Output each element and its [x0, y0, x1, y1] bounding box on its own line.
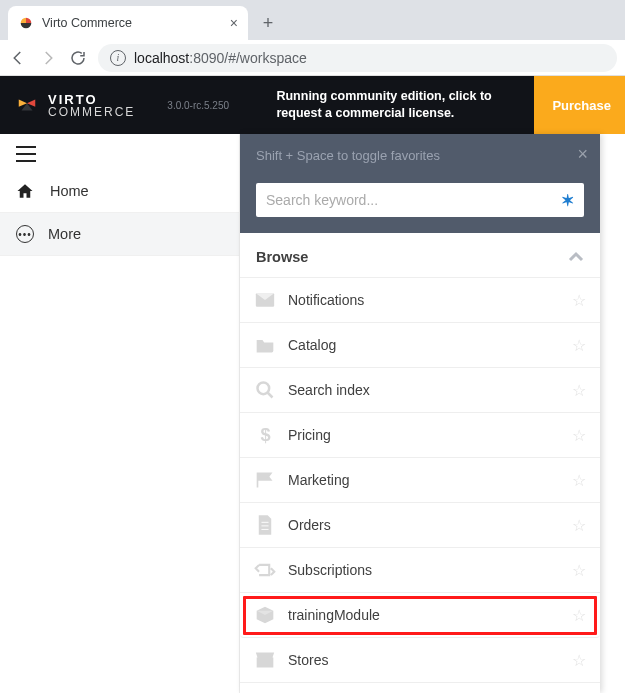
tab-close-icon[interactable]: × — [230, 15, 238, 31]
favorite-star-icon[interactable]: ☆ — [572, 516, 586, 535]
envelope-icon — [254, 290, 276, 310]
file-icon — [254, 515, 276, 535]
dollar-icon: $ — [254, 425, 276, 445]
browse-list: Notifications☆Catalog☆Search index☆$Pric… — [240, 278, 600, 693]
browser-tabbar: Virto Commerce × + — [0, 0, 625, 40]
favorite-star-icon[interactable]: ☆ — [572, 651, 586, 670]
retweet-icon — [254, 560, 276, 580]
panel-header: × Shift + Space to toggle favorites ✶ — [240, 134, 600, 233]
browse-item-stores[interactable]: Stores☆ — [240, 638, 600, 683]
brand-line1: VIRTO — [48, 93, 135, 106]
browse-title: Browse — [256, 249, 308, 265]
browser-tab-active[interactable]: Virto Commerce × — [8, 6, 248, 40]
browse-item-subscriptions[interactable]: Subscriptions☆ — [240, 548, 600, 593]
browse-item-label: Orders — [288, 517, 560, 533]
menu-toggle-icon[interactable] — [0, 134, 239, 170]
favorite-star-icon[interactable]: ☆ — [572, 471, 586, 490]
search-icon — [254, 380, 276, 400]
browse-item-label: Search index — [288, 382, 560, 398]
browse-item-pricing[interactable]: $Pricing☆ — [240, 413, 600, 458]
browse-item-content[interactable]: Content☆ — [240, 683, 600, 693]
sidebar-item-more[interactable]: ••• More — [0, 213, 239, 256]
url-text: localhost:8090/#/workspace — [134, 50, 307, 66]
home-icon — [16, 182, 36, 200]
nav-reload-icon[interactable] — [68, 48, 88, 68]
browse-item-label: Pricing — [288, 427, 560, 443]
browse-item-trainingmodule[interactable]: trainingModule☆ — [240, 593, 600, 638]
svg-text:$: $ — [260, 425, 270, 445]
folder-icon — [254, 335, 276, 355]
browse-item-label: Subscriptions — [288, 562, 560, 578]
browse-item-label: Catalog — [288, 337, 560, 353]
flag-icon — [254, 470, 276, 490]
tab-title: Virto Commerce — [42, 16, 222, 30]
panel-hint: Shift + Space to toggle favorites — [256, 148, 584, 163]
browse-item-label: Notifications — [288, 292, 560, 308]
license-message[interactable]: Running community edition, click to requ… — [264, 88, 534, 122]
sidebar: Home ••• More — [0, 134, 240, 693]
brand-logo-icon — [16, 94, 38, 116]
search-box: ✶ — [256, 183, 584, 217]
favorite-star-icon[interactable]: ☆ — [572, 606, 586, 625]
brand-line2: COMMERCE — [48, 106, 135, 118]
browser-addressbar: i localhost:8090/#/workspace — [0, 40, 625, 76]
favorite-star-icon[interactable]: ☆ — [572, 336, 586, 355]
tab-favicon-icon — [18, 15, 34, 31]
shop-icon — [254, 650, 276, 670]
browse-item-notifications[interactable]: Notifications☆ — [240, 278, 600, 323]
favorite-star-icon[interactable]: ☆ — [572, 381, 586, 400]
browse-panel: × Shift + Space to toggle favorites ✶ Br… — [240, 134, 600, 693]
browse-section-header: Browse — [240, 233, 600, 278]
browse-item-catalog[interactable]: Catalog☆ — [240, 323, 600, 368]
svg-point-1 — [258, 383, 270, 395]
browse-item-label: Marketing — [288, 472, 560, 488]
site-info-icon[interactable]: i — [110, 50, 126, 66]
sidebar-item-label: Home — [50, 183, 89, 199]
more-icon: ••• — [16, 225, 34, 243]
url-field[interactable]: i localhost:8090/#/workspace — [98, 44, 617, 72]
browse-item-search-index[interactable]: Search index☆ — [240, 368, 600, 413]
workspace: Home ••• More × Shift + Space to toggle … — [0, 134, 625, 693]
browse-item-label: trainingModule — [288, 607, 440, 623]
sidebar-item-home[interactable]: Home — [0, 170, 239, 213]
nav-forward-icon — [38, 48, 58, 68]
sidebar-item-label: More — [48, 226, 81, 242]
browse-item-orders[interactable]: Orders☆ — [240, 503, 600, 548]
search-clear-icon[interactable]: ✶ — [561, 191, 574, 210]
purchase-button[interactable]: Purchase — [534, 76, 625, 134]
search-input[interactable] — [266, 192, 561, 208]
cube-icon — [254, 605, 276, 625]
nav-back-icon[interactable] — [8, 48, 28, 68]
panel-close-icon[interactable]: × — [577, 144, 588, 165]
browse-item-marketing[interactable]: Marketing☆ — [240, 458, 600, 503]
browse-item-label: Stores — [288, 652, 560, 668]
version-label: 3.0.0-rc.5.250 — [167, 100, 229, 111]
favorite-star-icon[interactable]: ☆ — [572, 426, 586, 445]
brand: VIRTO COMMERCE 3.0.0-rc.5.250 — [0, 93, 245, 118]
app-header: VIRTO COMMERCE 3.0.0-rc.5.250 Running co… — [0, 76, 625, 134]
favorite-star-icon[interactable]: ☆ — [572, 291, 586, 310]
new-tab-button[interactable]: + — [254, 9, 282, 37]
collapse-icon[interactable] — [568, 251, 584, 263]
favorite-star-icon[interactable]: ☆ — [572, 561, 586, 580]
